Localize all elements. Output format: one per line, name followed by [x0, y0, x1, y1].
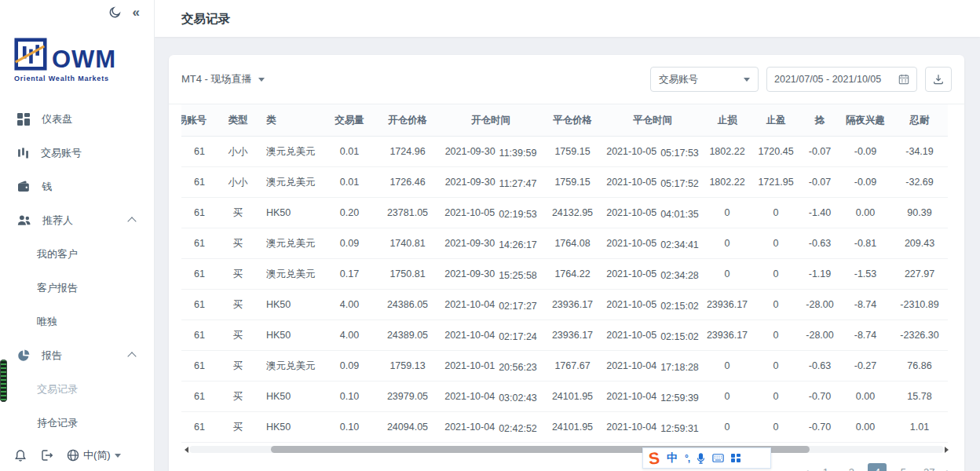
page-button-1[interactable]: 1: [816, 463, 835, 471]
cell-volume: 0.01: [323, 167, 376, 198]
table-header-row: 交易账号类型类交易量开仓价格开仓时间平仓价格平仓时间止损止盈捻隔夜兴趣忍耐: [181, 104, 948, 137]
cell-close_dt: 2021-10-0502:15:02: [602, 290, 703, 320]
cell-symbol: HK50: [255, 382, 323, 412]
cell-sl: 0: [703, 259, 751, 290]
column-header-11: 隔夜兴趣: [839, 104, 891, 137]
cell-swap: -0.09: [839, 167, 891, 198]
server-select[interactable]: MT4 - 现场直播: [181, 72, 265, 86]
cell-sl: 0: [703, 198, 751, 228]
page-button-5[interactable]: 5: [894, 463, 912, 471]
language-switcher[interactable]: 中(简): [67, 448, 121, 462]
sidebar-collapse-icon[interactable]: «: [133, 5, 140, 19]
sidebar-item-3[interactable]: 推荐人: [0, 203, 154, 237]
dark-mode-moon-icon[interactable]: [108, 5, 122, 19]
ime-microphone-icon[interactable]: [697, 453, 705, 464]
cell-open_price: 24094.05: [376, 412, 439, 443]
calendar-icon: [898, 74, 909, 85]
scroll-left-arrow-icon[interactable]: [181, 447, 188, 453]
cell-swap: -8.74: [839, 290, 891, 320]
ime-toolbox-icon[interactable]: [731, 454, 740, 463]
ime-chinese-mode-icon[interactable]: 中: [667, 451, 678, 466]
sidebar-item-7[interactable]: 报告: [0, 338, 154, 372]
cell-volume: 4.00: [323, 320, 376, 351]
cell-tp: 0: [751, 351, 800, 382]
logout-icon[interactable]: [40, 449, 53, 462]
column-header-3: 交易量: [323, 104, 376, 137]
sidebar-item-8-active[interactable]: 交易记录: [0, 372, 154, 406]
sidebar-item-6[interactable]: 唯独: [0, 305, 154, 338]
cell-open_dt: 2021-10-0402:17:24: [439, 320, 543, 351]
cell-close_price: 1759.15: [543, 137, 602, 167]
cell-sl: 0: [703, 351, 751, 382]
cell-tp: 0: [751, 259, 800, 290]
table-row: 61买HK504.0024386.052021-10-0402:17:27239…: [181, 290, 948, 320]
cell-account: 61: [181, 198, 221, 228]
sidebar-item-2[interactable]: 钱: [0, 170, 154, 203]
cell-account: 61: [181, 290, 221, 320]
cell-open_price: 1759.13: [376, 351, 439, 382]
page-button-3[interactable]: 3: [842, 463, 861, 471]
sidebar-item-1[interactable]: 交易账号: [0, 136, 154, 170]
download-button[interactable]: [925, 67, 952, 92]
sidebar-item-label: 我的客户: [37, 247, 78, 261]
cell-open_dt: 2021-10-0120:56:23: [439, 351, 543, 382]
sidebar-item-5[interactable]: 客户报告: [0, 271, 154, 305]
cell-profit: -2310.89: [891, 290, 948, 320]
account-select-label: 交易账号: [659, 73, 698, 86]
table-row: 61买澳元兑美元0.091759.132021-10-0120:56:23176…: [181, 351, 948, 382]
date-range-input[interactable]: 2021/07/05 - 2021/10/05: [766, 67, 917, 92]
cell-tp: 0: [751, 228, 800, 259]
cell-type: 买: [221, 412, 255, 443]
sidebar-item-4[interactable]: 我的客户: [0, 237, 154, 271]
logo: OWM Oriental Wealth Markets: [14, 38, 116, 82]
cell-commission: -0.70: [800, 382, 839, 412]
cell-open_price: 24386.05: [376, 290, 439, 320]
page-button-4[interactable]: 4: [868, 463, 887, 471]
cell-type: 买: [221, 382, 255, 412]
cell-volume: 0.10: [323, 382, 376, 412]
chevron-down-icon: [258, 78, 265, 85]
ime-keyboard-icon[interactable]: [712, 454, 724, 462]
cell-commission: -0.07: [800, 137, 839, 167]
cell-account: 61: [181, 228, 221, 259]
sidebar-item-label: 持仓记录: [37, 416, 78, 430]
cell-swap: -0.27: [839, 351, 891, 382]
notifications-bell-icon[interactable]: [14, 449, 27, 462]
cell-commission: -0.63: [800, 351, 839, 382]
cell-volume: 0.10: [323, 412, 376, 443]
cell-open_dt: 2021-09-3014:26:17: [439, 228, 543, 259]
scroll-right-arrow-icon[interactable]: [945, 447, 952, 453]
cell-profit: -34.19: [891, 137, 948, 167]
table-row: 61买澳元兑美元0.171750.812021-09-3015:25:58176…: [181, 259, 948, 290]
sidebar-menu: 仪表盘交易账号钱推荐人我的客户客户报告唯独报告交易记录持仓记录: [0, 102, 154, 440]
pagination-prev-icon[interactable]: ‹: [805, 464, 810, 471]
sogou-logo-icon[interactable]: S: [648, 449, 660, 466]
cell-close_price: 1759.15: [543, 167, 602, 198]
cell-sl: 0: [703, 412, 751, 443]
account-select[interactable]: 交易账号: [650, 67, 759, 92]
column-header-5: 开仓时间: [439, 104, 543, 137]
column-header-2: 类: [255, 104, 323, 137]
download-icon: [933, 74, 944, 85]
page-button-37[interactable]: 37: [920, 463, 938, 471]
cell-symbol: HK50: [255, 320, 323, 351]
logo-chart-icon: [14, 38, 47, 71]
column-header-4: 开仓价格: [376, 104, 439, 137]
cell-open_price: 23979.05: [376, 382, 439, 412]
cell-open_dt: 2021-10-0403:02:43: [439, 382, 543, 412]
cell-profit: 227.97: [891, 259, 948, 290]
pagination-next-icon[interactable]: ›: [945, 464, 950, 471]
cell-close_dt: 2021-10-0417:18:28: [602, 351, 703, 382]
topbar: 交易记录: [155, 0, 980, 37]
cell-account: 61: [181, 137, 221, 167]
chevron-up-icon: [127, 217, 136, 225]
table-row: 61买HK504.0024389.052021-10-0402:17:24239…: [181, 320, 948, 351]
chevron-down-icon: [115, 454, 121, 461]
sidebar-item-9[interactable]: 持仓记录: [0, 406, 154, 440]
sidebar-scrollbar-thumb[interactable]: [0, 360, 7, 402]
ime-punctuation-icon[interactable]: °,: [685, 453, 689, 464]
cell-open_dt: 2021-10-0402:42:52: [439, 412, 543, 443]
cell-profit: 90.39: [891, 198, 948, 228]
sidebar-item-0[interactable]: 仪表盘: [0, 102, 154, 136]
cell-close_dt: 2021-10-0505:17:52: [602, 167, 703, 198]
